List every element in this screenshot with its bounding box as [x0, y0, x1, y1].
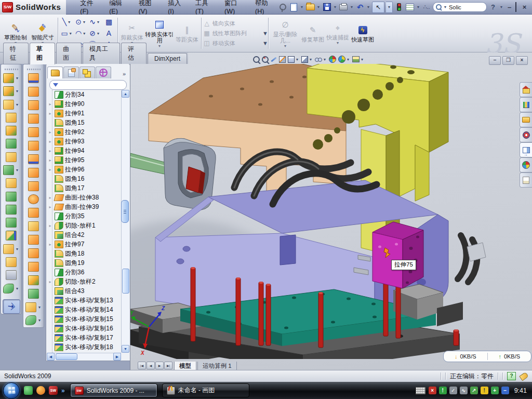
- security-quicklaunch-icon[interactable]: [36, 386, 45, 395]
- filled-surface-icon[interactable]: [28, 260, 39, 273]
- tree-item-圆角17[interactable]: 圆角17: [47, 183, 121, 193]
- tree-item-实体-移动/复制15[interactable]: 实体-移动/复制15: [47, 314, 121, 324]
- close-button[interactable]: ×: [520, 3, 529, 11]
- minimize-button[interactable]: –: [505, 3, 514, 11]
- horizontal-scroll-thumb[interactable]: [56, 353, 77, 360]
- command-tab-草图[interactable]: 草图: [30, 43, 55, 64]
- help-icon[interactable]: ?: [488, 3, 498, 12]
- tree-item-实体-移动/复制16[interactable]: 实体-移动/复制16: [47, 324, 121, 333]
- tree-filter-input[interactable]: [49, 80, 127, 90]
- search-dropdown-icon[interactable]: ▼: [443, 5, 447, 9]
- expand-arrow-icon[interactable]: ▸: [47, 111, 53, 116]
- mid-surface-icon[interactable]: [28, 220, 39, 233]
- line-tool[interactable]: ╲▼: [60, 16, 74, 28]
- rebuild-icon[interactable]: [394, 3, 404, 12]
- shell-icon[interactable]: [6, 190, 17, 203]
- undo-icon[interactable]: ↶: [355, 3, 365, 12]
- flex-icon[interactable]: [6, 256, 17, 269]
- command-tab-模具工具[interactable]: 模具工具: [83, 43, 120, 64]
- text-tool[interactable]: A: [102, 28, 116, 39]
- move-copy-body-icon[interactable]: [6, 229, 17, 242]
- command-tab-DimXpert[interactable]: DimXpert: [148, 53, 187, 64]
- selection-tool[interactable]: ▩: [102, 16, 116, 28]
- new-document-icon[interactable]: [289, 3, 298, 12]
- command-tab-特征[interactable]: 特征: [3, 43, 29, 64]
- swept-surface-icon[interactable]: [28, 72, 39, 85]
- taskbar-button-SolidWorks 2009 - ...[interactable]: SWSolidWorks 2009 - ...: [70, 383, 157, 397]
- doc-restore-button[interactable]: ❐: [502, 56, 514, 65]
- part-hose-fitting[interactable]: [467, 243, 486, 261]
- spiral-icon-dropdown[interactable]: ▼: [37, 318, 42, 322]
- tree-item-实体-移动/复制14[interactable]: 实体-移动/复制14: [47, 305, 121, 314]
- doc-minimize-button[interactable]: –: [489, 56, 501, 65]
- security-shield-tray-icon[interactable]: !: [439, 387, 447, 394]
- tab-featuremanager[interactable]: [47, 66, 63, 78]
- linear-pattern-icon-dropdown[interactable]: ▼: [15, 168, 19, 172]
- tree-item-拉伸92[interactable]: ▸拉伸92: [47, 127, 121, 137]
- spline-tool[interactable]: ∿▼: [88, 16, 102, 28]
- extruded-cut-icon[interactable]: ▼: [3, 85, 19, 98]
- tree-item-拉伸91[interactable]: ▸拉伸91: [47, 109, 121, 118]
- expand-arrow-icon[interactable]: ▸: [47, 149, 53, 153]
- tree-item-分割36[interactable]: 分割36: [47, 268, 121, 277]
- linear-pattern-icon[interactable]: ▼: [3, 164, 19, 177]
- expand-arrow-icon[interactable]: ▸: [47, 223, 53, 228]
- expand-arrow-icon[interactable]: ▸: [47, 195, 53, 200]
- scroll-right-icon[interactable]: ▶: [113, 353, 121, 361]
- line-tool-dropdown[interactable]: ▼: [67, 20, 71, 24]
- network-tray-icon[interactable]: ↗: [470, 387, 478, 394]
- select-dropdown-icon[interactable]: ▼: [386, 2, 393, 13]
- expand-arrow-icon[interactable]: ▸: [47, 130, 53, 135]
- prev-tab-icon[interactable]: ◀: [147, 362, 155, 369]
- tab-view-palette[interactable]: [520, 127, 532, 142]
- curve-icon[interactable]: [6, 269, 17, 282]
- panel-overflow-chevron[interactable]: »: [119, 71, 129, 78]
- revolved-surface-icon[interactable]: [28, 85, 39, 99]
- zoom-fit-icon[interactable]: [253, 56, 260, 63]
- scene-icon[interactable]: ▼: [338, 56, 350, 63]
- tree-item-组合42[interactable]: 组合42: [47, 230, 121, 240]
- expand-arrow-icon[interactable]: ▸: [47, 167, 53, 172]
- tree-item-圆角15[interactable]: 圆角15: [47, 118, 121, 127]
- part-insert-block[interactable]: [373, 222, 423, 288]
- delete-face-icon[interactable]: [28, 193, 39, 206]
- expand-arrow-icon[interactable]: ▸: [47, 280, 53, 284]
- view-orientation-icon[interactable]: ▼: [301, 56, 313, 63]
- rib-icon[interactable]: [6, 177, 17, 190]
- undo-dropdown-icon[interactable]: ▼: [366, 5, 370, 9]
- extruded-cut-icon-dropdown[interactable]: ▼: [15, 89, 19, 93]
- doc-tab-模型[interactable]: 模型: [174, 362, 196, 370]
- arc-tool-dropdown[interactable]: ▼: [82, 32, 86, 35]
- dome-icon[interactable]: [28, 287, 39, 300]
- tree-horizontal-scrollbar[interactable]: ◀ ▶: [47, 353, 121, 360]
- tab-configurationmanager[interactable]: [79, 66, 95, 78]
- options-dropdown-icon[interactable]: ▼: [416, 5, 420, 9]
- rectangle-tool-dropdown[interactable]: ▼: [69, 32, 73, 35]
- spiral-icon[interactable]: ▼: [25, 314, 42, 327]
- tab-scenes[interactable]: [520, 157, 532, 172]
- arc-tool[interactable]: ◠▼: [74, 28, 88, 39]
- instant3d-button[interactable]: ⇲: [3, 299, 20, 314]
- tree-item-拉伸93[interactable]: ▸拉伸93: [47, 137, 121, 146]
- tree-item-拉伸94[interactable]: ▸拉伸94: [47, 146, 121, 155]
- ellipse-tool-dropdown[interactable]: ▼: [96, 32, 100, 35]
- tree-item-组合43[interactable]: 组合43: [47, 286, 121, 296]
- tree-item-圆角16[interactable]: 圆角16: [47, 174, 121, 183]
- solidworks-quicklaunch-icon[interactable]: SW: [49, 386, 58, 395]
- expand-arrow-icon[interactable]: ▸: [47, 102, 53, 107]
- deform-icon[interactable]: ▼: [3, 243, 19, 256]
- search-box[interactable]: ▼ Solic: [433, 2, 487, 12]
- knit-surface-icon[interactable]: [28, 126, 39, 139]
- section-view-icon[interactable]: [279, 56, 286, 63]
- hide-show-items-icon[interactable]: ▼: [315, 58, 327, 61]
- volume-tray-icon[interactable]: ∿: [460, 387, 468, 394]
- tree-item-曲面-拉伸39[interactable]: ▸曲面-拉伸39: [47, 202, 121, 211]
- start-button[interactable]: [3, 382, 20, 399]
- command-tab-曲面[interactable]: 曲面: [56, 43, 82, 64]
- circle-tool[interactable]: ⊙▼: [74, 16, 88, 28]
- convert-entities-button[interactable]: 转换实体引用▼: [144, 16, 175, 51]
- messenger-quicklaunch-icon[interactable]: [24, 386, 33, 395]
- new-dropdown-icon[interactable]: ▼: [300, 5, 304, 9]
- scroll-left-icon[interactable]: ◀: [47, 353, 55, 361]
- tree-item-拉伸97[interactable]: ▸拉伸97: [47, 240, 121, 249]
